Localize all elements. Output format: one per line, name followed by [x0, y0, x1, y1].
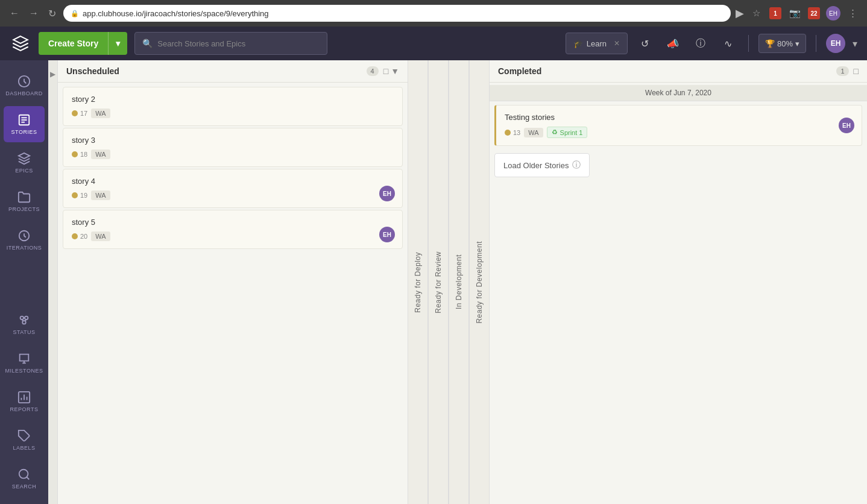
- forward-button[interactable]: →: [27, 5, 41, 21]
- unscheduled-column: Unscheduled 4 □ ▼ story 2 17: [58, 60, 408, 504]
- column-expand-icon[interactable]: □: [383, 66, 388, 76]
- svg-point-8: [25, 317, 28, 320]
- sidebar-item-iterations[interactable]: ITERATIONS: [4, 222, 45, 258]
- story-label: WA: [91, 191, 110, 200]
- story-card[interactable]: story 2 17 WA: [63, 87, 403, 126]
- story-card[interactable]: story 4 19 WA EH: [63, 169, 403, 208]
- lock-icon: 🔒: [71, 10, 79, 17]
- activity-icon[interactable]: ∿: [718, 33, 739, 54]
- learn-close-icon[interactable]: ✕: [614, 39, 620, 48]
- dashboard-icon: [17, 75, 31, 88]
- unscheduled-column-header: Unscheduled 4 □ ▼: [58, 60, 408, 83]
- story-meta: 20 WA: [72, 232, 394, 241]
- user-dropdown-icon[interactable]: ▾: [853, 38, 857, 49]
- main-layout: DASHBOARD STORIES EPICS PROJECTS: [0, 60, 867, 504]
- header-divider-2: [816, 35, 816, 52]
- projects-icon: [17, 191, 31, 204]
- ready-for-development-label: Ready for Development: [475, 241, 484, 324]
- profile-icon[interactable]: 1: [768, 6, 783, 20]
- refresh-button[interactable]: ↻: [46, 5, 58, 22]
- ready-for-development-column: Ready for Development: [469, 60, 490, 504]
- status-icon: [17, 313, 31, 327]
- kanban-board: Unscheduled 4 □ ▼ story 2 17: [58, 60, 867, 504]
- story-dot: [72, 110, 78, 116]
- story-avatar: EH: [839, 118, 854, 133]
- help-icon[interactable]: ⓘ: [690, 33, 711, 54]
- completed-title: Completed: [498, 66, 831, 76]
- sidebar-item-epics[interactable]: EPICS: [4, 145, 45, 181]
- sidebar-item-labels[interactable]: LABELS: [4, 422, 45, 458]
- iterations-icon: [17, 229, 31, 242]
- collapse-handle[interactable]: ▶: [48, 60, 58, 504]
- stories-label: STORIES: [11, 129, 37, 135]
- completed-column: Completed 1 □ Week of Jun 7, 2020 Testin…: [490, 60, 867, 504]
- ready-for-review-label: Ready for Review: [434, 251, 443, 313]
- completed-expand-icon[interactable]: □: [854, 66, 859, 76]
- browser-chrome: ← → ↻ 🔒 app.clubhouse.io/jiracoach/stori…: [0, 0, 867, 27]
- user-avatar[interactable]: EH: [826, 34, 845, 53]
- completed-column-actions: □: [854, 66, 859, 76]
- load-older-button[interactable]: Load Older Stories ⓘ: [494, 153, 590, 177]
- in-development-column: In Development: [449, 60, 469, 504]
- user-avatar-browser[interactable]: EH: [826, 6, 840, 20]
- dashboard-label: DASHBOARD: [5, 90, 43, 96]
- megaphone-icon[interactable]: 📣: [663, 33, 683, 54]
- search-bar[interactable]: 🔍 Search Stories and Epics: [134, 32, 327, 55]
- story-card[interactable]: story 5 20 WA EH: [63, 210, 403, 249]
- story-avatar: EH: [379, 186, 395, 201]
- reports-label: REPORTS: [10, 406, 39, 412]
- story-id: 13: [505, 129, 520, 136]
- create-story-label: Create Story: [39, 32, 108, 55]
- sprint-name: Sprint 1: [560, 129, 583, 136]
- svg-line-15: [27, 477, 29, 479]
- stories-icon: [17, 113, 31, 127]
- star-icon[interactable]: ☆: [749, 6, 763, 20]
- completed-count: 1: [836, 66, 848, 76]
- back-button[interactable]: ←: [7, 5, 22, 21]
- score-button[interactable]: 🏆 80% ▾: [758, 34, 806, 53]
- sidebar-item-stories[interactable]: STORIES: [4, 106, 45, 142]
- sidebar-item-milestones[interactable]: MILESTONES: [4, 345, 45, 381]
- score-dropdown-icon: ▾: [795, 39, 799, 48]
- story-label: WA: [91, 232, 110, 241]
- sidebar-item-projects[interactable]: PROJECTS: [4, 183, 45, 219]
- info-icon: ⓘ: [572, 160, 581, 171]
- milestones-icon: [17, 352, 31, 365]
- logo-icon: [12, 35, 29, 52]
- create-story-dropdown[interactable]: ▾: [108, 32, 127, 55]
- collapse-arrow-icon: ▶: [50, 70, 55, 78]
- column-menu-icon[interactable]: ▼: [391, 66, 399, 76]
- address-bar[interactable]: 🔒 app.clubhouse.io/jiracoach/stories/spa…: [63, 5, 731, 22]
- story-card[interactable]: Testing stories 13 WA ♻ Sprint 1: [494, 105, 862, 146]
- story-title: story 2: [72, 95, 394, 104]
- learn-button[interactable]: 🎓 Learn ✕: [566, 33, 628, 54]
- menu-icon[interactable]: ⋮: [845, 6, 860, 20]
- story-number: 18: [80, 151, 87, 158]
- sidebar-item-search[interactable]: SEARCH: [4, 461, 45, 497]
- app-logo[interactable]: [10, 33, 31, 54]
- story-number: 20: [80, 233, 87, 240]
- ready-for-review-column: Ready for Review: [428, 60, 449, 504]
- extension-icon[interactable]: 22: [807, 6, 821, 20]
- sidebar-item-status[interactable]: STATUS: [4, 306, 45, 342]
- iterations-label: ITERATIONS: [7, 245, 42, 251]
- sidebar-item-reports[interactable]: REPORTS: [4, 383, 45, 420]
- completed-stories-list: Week of Jun 7, 2020 Testing stories 13 W…: [490, 83, 867, 504]
- unscheduled-count: 4: [367, 66, 379, 76]
- camera-icon[interactable]: 📷: [787, 6, 802, 20]
- score-value: 80%: [777, 39, 793, 48]
- story-meta: 13 WA ♻ Sprint 1: [505, 127, 853, 138]
- reports-icon: [17, 391, 31, 404]
- header-divider: [748, 35, 749, 52]
- story-id: 20: [72, 233, 87, 240]
- story-dot: [72, 192, 78, 198]
- story-card[interactable]: story 3 18 WA: [63, 128, 403, 167]
- story-id: 19: [72, 192, 87, 199]
- history-icon[interactable]: ↺: [635, 33, 655, 54]
- labels-icon: [17, 429, 31, 443]
- sprint-icon: ♻: [552, 128, 558, 136]
- create-story-button[interactable]: Create Story ▾: [39, 32, 127, 55]
- story-id: 18: [72, 151, 87, 158]
- sidebar-item-dashboard[interactable]: DASHBOARD: [4, 68, 45, 104]
- learn-label: Learn: [587, 39, 607, 48]
